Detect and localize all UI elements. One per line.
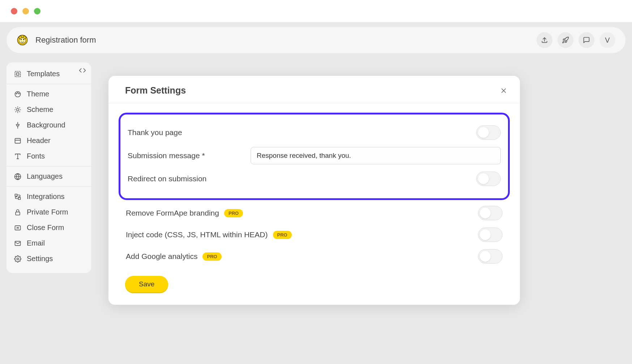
form-title: Registration form (35, 35, 96, 45)
rocket-icon (562, 36, 569, 44)
palette-icon (14, 91, 22, 98)
body-rows: Remove FormApe branding PRO Inject code … (119, 202, 510, 267)
svg-rect-23 (15, 138, 21, 143)
pin-icon (14, 122, 22, 129)
sidebar-item-label: Fonts (27, 152, 45, 160)
sidebar-item-scheme[interactable]: Scheme (11, 102, 87, 117)
pro-badge: PRO (273, 231, 292, 239)
sidebar-item-languages[interactable]: Languages (11, 169, 87, 184)
sidebar-item-email[interactable]: Email (11, 235, 87, 251)
svg-point-3 (19, 38, 26, 44)
sidebar-item-background[interactable]: Background (11, 117, 87, 133)
share-button[interactable] (537, 32, 552, 48)
remove-branding-toggle[interactable] (478, 206, 503, 220)
sidebar-item-templates[interactable]: Templates (11, 66, 87, 82)
svg-rect-7 (15, 71, 21, 77)
app-logo-icon (17, 34, 28, 46)
setting-inject-code: Inject code (CSS, JS, HTML within HEAD) … (126, 224, 503, 246)
sidebar-item-header[interactable]: Header (11, 133, 87, 148)
window-minimize-button[interactable] (22, 8, 29, 14)
sidebar-item-label: Templates (27, 70, 60, 78)
code-icon (79, 67, 86, 74)
setting-label: Redirect on submission (128, 174, 251, 183)
close-form-icon (14, 224, 22, 231)
modal-close-button[interactable] (500, 87, 507, 94)
svg-point-13 (17, 108, 19, 111)
sidebar-group: Theme Scheme Background (7, 84, 91, 164)
header-right: V (537, 32, 615, 48)
svg-rect-30 (18, 197, 21, 199)
lock-icon (14, 209, 22, 216)
redirect-toggle[interactable] (476, 172, 501, 186)
header-bar: Registration form V (7, 27, 625, 53)
sidebar-item-label: Private Form (27, 208, 68, 216)
pro-badge: PRO (224, 209, 243, 217)
form-settings-modal: Form Settings Thank you page Submission … (108, 76, 520, 305)
sidebar-item-fonts[interactable]: Fonts (11, 148, 87, 164)
type-icon (14, 153, 22, 160)
modal-title: Form Settings (125, 85, 186, 96)
sidebar-group: Integrations Private Form Close Form (7, 186, 91, 266)
setting-label: Inject code (CSS, JS, HTML within HEAD) (126, 230, 268, 239)
integrations-icon (14, 193, 22, 200)
submission-message-input[interactable] (251, 147, 501, 164)
sidebar-item-settings[interactable]: Settings (11, 251, 87, 266)
sidebar-item-label: Theme (27, 90, 49, 98)
setting-label: Remove FormApe branding (126, 209, 219, 217)
sidebar-item-close-form[interactable]: Close Form (11, 220, 87, 235)
window-close-button[interactable] (11, 8, 17, 14)
code-toggle-button[interactable] (79, 67, 86, 74)
sidebar-item-integrations[interactable]: Integrations (11, 189, 87, 204)
svg-line-21 (20, 108, 20, 108)
sidebar-item-label: Email (27, 239, 45, 247)
header-left: Registration form (17, 34, 96, 46)
svg-point-10 (16, 93, 17, 94)
sidebar-item-label: Scheme (27, 105, 53, 114)
setting-thank-you-page: Thank you page (128, 122, 501, 143)
sidebar-item-label: Settings (27, 255, 53, 263)
sidebar: Templates Theme Scheme (7, 62, 91, 273)
sidebar-item-private-form[interactable]: Private Form (11, 204, 87, 220)
thank-you-toggle[interactable] (476, 125, 501, 140)
save-button[interactable]: Save (125, 276, 168, 292)
app-area: Registration form V (0, 22, 632, 364)
setting-google-analytics: Add Google analytics PRO (126, 246, 503, 267)
templates-icon (14, 70, 22, 78)
sidebar-item-label: Languages (27, 172, 63, 181)
svg-line-17 (20, 111, 20, 112)
svg-point-36 (17, 258, 19, 260)
window-maximize-button[interactable] (34, 8, 40, 14)
modal-header: Form Settings (108, 76, 520, 103)
sidebar-group: Templates (7, 66, 91, 82)
svg-line-20 (16, 111, 16, 112)
setting-label: Add Google analytics (126, 252, 197, 261)
layout-header-icon (14, 137, 22, 144)
user-avatar[interactable]: V (599, 32, 615, 48)
svg-point-12 (18, 93, 19, 94)
setting-label: Thank you page (128, 128, 251, 137)
highlighted-section: Thank you page Submission message * Redi… (119, 113, 510, 200)
sun-icon (14, 106, 22, 113)
sidebar-item-label: Background (27, 121, 65, 129)
window-titlebar (0, 0, 632, 22)
launch-button[interactable] (558, 32, 573, 48)
svg-rect-29 (15, 194, 17, 196)
comments-button[interactable] (578, 32, 594, 48)
google-analytics-toggle[interactable] (478, 249, 503, 264)
svg-rect-8 (17, 73, 19, 75)
svg-point-5 (23, 39, 25, 40)
mail-icon (14, 240, 22, 247)
sidebar-item-label: Integrations (27, 192, 65, 201)
sidebar-item-label: Header (27, 136, 51, 145)
setting-redirect-on-submission: Redirect on submission (128, 168, 501, 190)
avatar-initial: V (605, 36, 610, 44)
sidebar-item-theme[interactable]: Theme (11, 86, 87, 102)
setting-submission-message: Submission message * (128, 143, 501, 168)
svg-rect-31 (16, 212, 20, 215)
globe-icon (14, 173, 22, 180)
svg-point-4 (21, 39, 22, 40)
sidebar-group: Languages (7, 166, 91, 184)
pro-badge: PRO (202, 252, 221, 261)
inject-code-toggle[interactable] (478, 228, 503, 242)
sidebar-item-label: Close Form (27, 224, 64, 232)
